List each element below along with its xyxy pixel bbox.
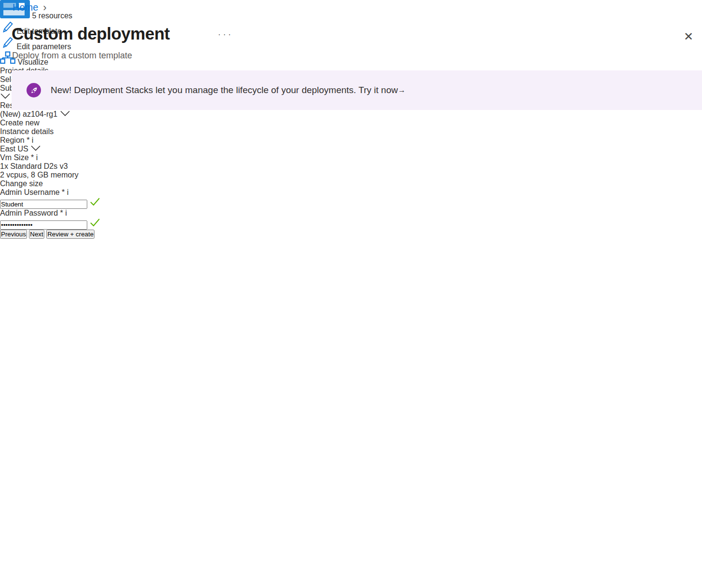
vm-size-title: 1x Standard D2s v3 [0,162,702,171]
admin-username-input[interactable] [0,200,87,209]
admin-username-label: Admin Username * i [0,188,702,197]
vm-size-label-text: Vm Size [0,153,29,162]
required-asterisk: * [27,136,29,144]
vm-size-label: Vm Size * i [0,153,702,162]
chevron-down-icon [60,110,70,118]
page-subtitle: Deploy from a custom template [12,51,132,61]
info-icon[interactable]: i [67,188,69,196]
admin-password-field-wrap [0,218,702,230]
info-icon[interactable]: i [36,153,38,162]
breadcrumb-home-link[interactable]: Home [13,2,38,13]
breadcrumb: Home › [13,2,47,13]
chevron-down-icon [30,145,41,153]
required-asterisk: * [62,188,65,196]
instance-details-heading: Instance details [0,127,702,136]
valid-check-icon [89,220,101,229]
region-label-text: Region [0,136,25,144]
title-ellipsis-menu[interactable]: ··· [218,30,233,40]
admin-username-label-text: Admin Username [0,188,60,196]
breadcrumb-separator-icon: › [43,3,46,13]
pencil-icon [0,42,16,51]
edit-parameters-label: Edit parameters [16,42,71,51]
next-button[interactable]: Next [29,230,44,239]
required-asterisk: * [60,209,63,217]
admin-password-input[interactable] [0,220,87,230]
custom-deployment-page: Home › Custom deployment ··· ✕ Deploy fr… [0,0,702,588]
review-create-button[interactable]: Review + create [46,230,94,239]
deployment-stacks-banner[interactable]: New! Deployment Stacks let you manage th… [12,70,702,110]
rocket-icon [27,83,41,97]
region-value: East US [0,145,28,153]
page-title: Custom deployment [12,24,170,43]
info-icon[interactable]: i [32,136,34,144]
banner-message: New! Deployment Stacks let you manage th… [51,85,398,96]
admin-password-label: Admin Password * i [0,209,702,218]
admin-password-label-text: Admin Password [0,209,58,217]
previous-button[interactable]: Previous [0,230,27,239]
resource-group-dropdown[interactable]: (New) az104-rg1 [0,110,702,119]
chevron-down-icon [0,93,11,101]
close-icon[interactable]: ✕ [681,29,696,44]
required-asterisk: * [31,153,34,162]
region-label: Region * i [0,136,702,145]
resource-group-value: (New) az104-rg1 [0,110,57,118]
admin-username-field-wrap [0,197,702,209]
change-size-link[interactable]: Change size [0,179,702,188]
valid-check-icon [89,200,101,208]
create-new-link[interactable]: Create new [0,119,40,127]
vm-size-selection: 1x Standard D2s v3 2 vcpus, 8 GB memory … [0,162,702,188]
arrow-right-icon: → [398,86,405,95]
info-icon[interactable]: i [65,209,67,217]
region-dropdown[interactable]: East US [0,145,702,153]
vm-size-specs: 2 vcpus, 8 GB memory [0,171,702,179]
